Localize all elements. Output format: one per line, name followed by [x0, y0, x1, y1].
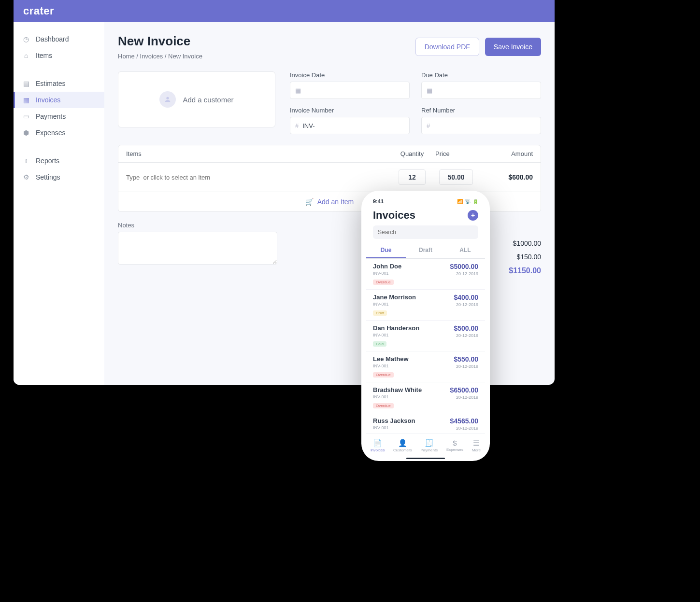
sidebar-item-invoices[interactable]: ▦ Invoices: [14, 92, 104, 108]
mobile-item-name: Lee Mathew: [373, 355, 409, 363]
mobile-nav-invoices[interactable]: 📄Invoices: [371, 439, 385, 452]
items-header-amount: Amount: [475, 150, 533, 157]
calendar-icon: ▦: [427, 87, 432, 94]
breadcrumb-current: New Invoice: [168, 53, 202, 60]
ref-number-input[interactable]: #: [421, 117, 541, 134]
mobile-nav-expenses[interactable]: $Expenses: [446, 439, 463, 452]
download-pdf-button[interactable]: Download PDF: [415, 38, 479, 56]
notes-label: Notes: [118, 222, 277, 229]
due-date-input[interactable]: ▦: [421, 82, 541, 99]
breadcrumb-invoices[interactable]: Invoices: [140, 53, 163, 60]
mobile-invoice-item[interactable]: Jane Morrison INV-001 Draft $400.00 20-1…: [366, 290, 485, 321]
notes-textarea[interactable]: [118, 232, 277, 265]
sidebar-item-items[interactable]: ⌂ Items: [14, 47, 104, 64]
sidebar-item-payments[interactable]: ▭ Payments: [14, 108, 104, 125]
menu-icon: ☰: [472, 439, 481, 448]
mobile-tab-draft[interactable]: Draft: [406, 243, 445, 258]
items-header-items: Items: [126, 150, 393, 157]
invoice-number-label: Invoice Number: [290, 107, 410, 114]
mobile-invoice-item[interactable]: Russ Jackson INV-001 Overdue $4565.00 20…: [366, 413, 485, 430]
mobile-item-inv: INV-001: [373, 333, 419, 337]
status-badge: Overdue: [373, 403, 394, 408]
sidebar-item-label: Items: [36, 52, 52, 59]
item-price-input[interactable]: [439, 169, 473, 185]
tax-value: $150.00: [483, 253, 541, 261]
mobile-invoice-list[interactable]: John Doe INV-001 Overdue $5000.00 20-12-…: [366, 259, 485, 430]
home-indicator: [406, 458, 445, 459]
mobile-item-name: Jane Morrison: [373, 294, 416, 301]
add-customer-card[interactable]: Add a customer: [118, 71, 275, 127]
item-qty-input[interactable]: [399, 169, 426, 185]
page-title: New Invoice: [118, 34, 202, 49]
mobile-nav-customers[interactable]: 👤Customers: [393, 439, 412, 452]
mobile-invoice-item[interactable]: Dan Handerson INV-001 Paid $500.00 20-12…: [366, 321, 485, 351]
ref-number-label: Ref Number: [421, 107, 541, 114]
breadcrumb-home[interactable]: Home: [118, 53, 135, 60]
sidebar-item-dashboard[interactable]: ◷ Dashboard: [14, 31, 104, 47]
mobile-time: 9:41: [373, 198, 384, 204]
sidebar-item-label: Reports: [36, 157, 59, 165]
sidebar-item-reports[interactable]: ⫾ Reports: [14, 153, 104, 169]
mobile-invoice-item[interactable]: Lee Mathew INV-001 Overdue $550.00 20-12…: [366, 351, 485, 382]
status-badge: Overdue: [373, 372, 394, 378]
status-badge: Draft: [373, 310, 387, 316]
item-row: $600.00: [118, 163, 541, 192]
mobile-item-inv: INV-001: [373, 425, 415, 430]
save-invoice-button[interactable]: Save Invoice: [485, 38, 541, 56]
mobile-title: Invoices: [373, 209, 415, 222]
item-amount: $600.00: [475, 173, 533, 181]
battery-icon: 🔋: [472, 199, 478, 204]
add-customer-label: Add a customer: [183, 96, 233, 104]
mobile-bottom-nav: 📄Invoices 👤Customers 🧾Payments $Expenses…: [366, 433, 485, 457]
mobile-item-amount: $400.00: [454, 294, 478, 301]
hash-icon: #: [295, 122, 299, 129]
mobile-item-date: 20-12-2019: [450, 426, 478, 430]
mobile-invoice-item[interactable]: Bradshaw White INV-001 Overdue $6500.00 …: [366, 382, 485, 413]
mobile-search[interactable]: [373, 225, 478, 239]
mobile-status-icons: 📶 📡 🔋: [457, 199, 478, 204]
sidebar-item-estimates[interactable]: ▤ Estimates: [14, 75, 104, 92]
mobile-nav-payments[interactable]: 🧾Payments: [421, 439, 438, 452]
invoice-number-input[interactable]: #: [290, 117, 410, 134]
mobile-tab-all[interactable]: ALL: [445, 243, 485, 258]
sidebar-item-label: Dashboard: [36, 35, 69, 43]
calendar-icon: ▦: [295, 87, 301, 94]
subtotal-value: $1000.00: [483, 239, 541, 247]
mobile-search-input[interactable]: [378, 229, 473, 236]
sidebar-item-expenses[interactable]: ⬢ Expenses: [14, 125, 104, 141]
breadcrumb: Home / Invoices / New Invoice: [118, 53, 202, 60]
money-bag-icon: ⬢: [22, 129, 30, 137]
document-icon: ▤: [22, 80, 30, 87]
invoice-date-input[interactable]: ▦: [290, 82, 410, 99]
receipt-icon: 🧾: [421, 439, 438, 448]
mobile-item-date: 20-12-2019: [454, 364, 478, 369]
signal-icon: 📶: [457, 199, 463, 204]
items-header-price: Price: [431, 150, 475, 157]
sidebar-item-label: Estimates: [36, 80, 65, 87]
mobile-add-button[interactable]: +: [468, 210, 478, 221]
invoice-icon: ▦: [22, 96, 30, 104]
mobile-invoice-item[interactable]: John Doe INV-001 Overdue $5000.00 20-12-…: [366, 259, 485, 290]
sidebar-item-label: Invoices: [36, 96, 60, 104]
mobile-item-name: Russ Jackson: [373, 417, 415, 424]
mobile-preview: 9:41 📶 📡 🔋 Invoices + Due Draft ALL John…: [361, 191, 490, 461]
invoice-date-label: Invoice Date: [290, 71, 410, 79]
mobile-item-inv: INV-001: [373, 271, 401, 276]
mobile-item-inv: INV-001: [373, 394, 422, 399]
sidebar-item-settings[interactable]: ⚙ Settings: [14, 169, 104, 185]
sidebar-item-label: Expenses: [36, 129, 65, 137]
sidebar: ◷ Dashboard ⌂ Items ▤ Estimates ▦ Invoic…: [14, 22, 104, 385]
mobile-item-name: Bradshaw White: [373, 386, 422, 393]
mobile-tab-due[interactable]: Due: [366, 243, 406, 258]
mobile-item-date: 20-12-2019: [454, 302, 478, 307]
item-name-input[interactable]: [126, 174, 393, 181]
svg-point-0: [167, 97, 169, 99]
mobile-item-date: 20-12-2019: [450, 395, 478, 400]
mobile-item-amount: $5000.00: [450, 263, 478, 270]
mobile-item-inv: INV-001: [373, 364, 409, 368]
mobile-item-date: 20-12-2019: [454, 333, 478, 338]
mobile-item-date: 20-12-2019: [450, 271, 478, 276]
mobile-item-amount: $550.00: [454, 355, 478, 363]
mobile-item-inv: INV-001: [373, 302, 416, 307]
mobile-nav-more[interactable]: ☰More: [472, 439, 481, 452]
